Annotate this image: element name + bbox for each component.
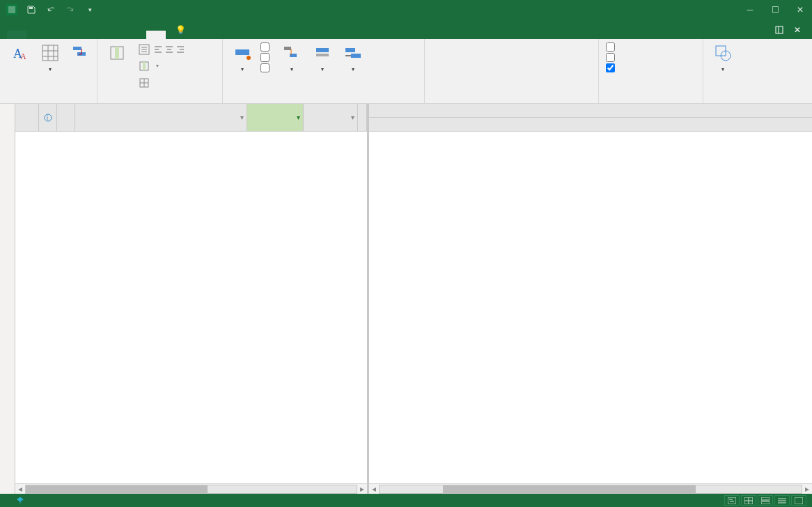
close-icon[interactable]: ✕: [788, 0, 812, 20]
late-tasks-check[interactable]: [260, 63, 274, 73]
layout-icon: [71, 43, 91, 63]
task-name-header[interactable]: ▾: [75, 104, 247, 131]
group-style-label: [432, 100, 591, 103]
chart-area[interactable]: [369, 132, 812, 483]
svg-rect-21: [345, 48, 355, 52]
ribbon-options-icon[interactable]: [774, 25, 788, 39]
status-bar: [0, 494, 812, 507]
menu-format[interactable]: [146, 31, 166, 39]
svg-rect-19: [316, 48, 329, 52]
group-columns-label: [104, 100, 215, 103]
gantt-chart: ◂ ▸: [369, 104, 812, 494]
critical-tasks-check[interactable]: [260, 42, 274, 52]
svg-rect-10: [115, 47, 119, 59]
view-resource-sheet-icon[interactable]: [774, 495, 790, 506]
svg-rect-13: [143, 62, 146, 70]
gridlines-button[interactable]: ▾: [38, 42, 63, 75]
redo-icon[interactable]: [63, 2, 78, 17]
column-header-row: i ▾ ▾ ▾: [15, 104, 367, 132]
svg-rect-1: [8, 6, 15, 13]
task-table: i ▾ ▾ ▾ ◂ ▸: [15, 104, 369, 494]
view-label-bar[interactable]: [0, 104, 15, 494]
group-drawings-label: [710, 100, 745, 103]
group-format-label: [7, 100, 90, 103]
baseline-button[interactable]: ▾: [310, 42, 335, 75]
task-path-button[interactable]: ▾: [279, 42, 304, 75]
format-drop-button[interactable]: ▾: [230, 42, 255, 75]
svg-rect-30: [761, 501, 770, 504]
chevron-down-icon[interactable]: ▾: [240, 114, 244, 121]
view-task-usage-icon[interactable]: [741, 495, 756, 506]
maximize-icon[interactable]: ☐: [763, 0, 787, 20]
svg-rect-7: [73, 47, 81, 50]
indicator-header[interactable]: i: [39, 104, 57, 131]
custom-fields-icon: [138, 77, 150, 89]
predecessors-header[interactable]: [358, 104, 367, 131]
svg-rect-20: [316, 54, 329, 56]
task-path-icon: [282, 43, 302, 63]
svg-rect-3: [776, 26, 783, 33]
menu-bar: 💡 ✕: [0, 20, 812, 39]
finish-header[interactable]: ▾: [304, 104, 358, 131]
task-mode-header[interactable]: [57, 104, 75, 131]
text-styles-icon: AA: [10, 43, 29, 63]
insert-column-button[interactable]: [104, 42, 130, 65]
column-settings-button[interactable]: ▾: [135, 58, 187, 74]
group-barstyles-label: [230, 100, 417, 103]
start-header[interactable]: ▾: [247, 104, 304, 131]
chevron-down-icon[interactable]: ▾: [297, 114, 300, 121]
column-settings-icon: [138, 60, 150, 72]
svg-rect-27: [728, 497, 736, 504]
undo-icon[interactable]: [43, 2, 58, 17]
svg-point-16: [247, 56, 251, 60]
slippage-button[interactable]: ▾: [341, 42, 366, 75]
svg-rect-6: [42, 45, 58, 61]
chevron-down-icon[interactable]: ▾: [351, 114, 354, 121]
lightbulb-icon: 💡: [175, 25, 186, 35]
baseline-icon: [313, 43, 332, 63]
svg-rect-31: [795, 497, 803, 504]
menu-view[interactable]: [104, 31, 124, 39]
view-report-icon[interactable]: [791, 495, 806, 506]
minimize-icon[interactable]: ─: [738, 0, 762, 20]
custom-fields-button[interactable]: [135, 75, 187, 91]
chart-hscroll[interactable]: ◂ ▸: [369, 483, 812, 494]
project-summary-check[interactable]: [606, 52, 619, 63]
layout-button[interactable]: [68, 42, 93, 65]
format-drop-icon: [233, 43, 252, 63]
svg-text:A: A: [20, 52, 26, 61]
summary-tasks-check[interactable]: [606, 63, 619, 73]
text-align-icons: [153, 45, 184, 54]
outline-number-check[interactable]: [606, 42, 619, 52]
svg-rect-15: [235, 49, 249, 55]
svg-rect-29: [761, 497, 770, 500]
svg-rect-17: [284, 47, 291, 50]
drawing-button[interactable]: ▾: [710, 42, 735, 75]
gridlines-icon: [40, 43, 60, 63]
table-hscroll[interactable]: ◂ ▸: [15, 483, 367, 494]
save-icon[interactable]: [24, 2, 39, 17]
align-icon: [138, 43, 150, 56]
view-gantt-icon[interactable]: [724, 495, 740, 506]
qat-customize-icon[interactable]: ▾: [82, 2, 97, 17]
tell-me-search[interactable]: 💡: [166, 21, 200, 39]
svg-rect-22: [351, 54, 361, 58]
menu-file[interactable]: [7, 31, 26, 39]
menu-resource[interactable]: [46, 31, 65, 39]
drawing-icon: [713, 43, 733, 63]
menu-project[interactable]: [85, 31, 104, 39]
text-styles-button[interactable]: AA: [7, 42, 32, 65]
close-sub-icon[interactable]: ✕: [794, 25, 808, 39]
row-number-header[interactable]: [15, 104, 39, 131]
timescale: [369, 104, 812, 132]
view-team-planner-icon[interactable]: [758, 495, 773, 506]
title-bar: ▾ ─ ☐ ✕: [0, 0, 812, 20]
pin-icon: [17, 497, 24, 504]
menu-task[interactable]: [26, 31, 46, 39]
menu-report[interactable]: [65, 31, 85, 39]
svg-rect-2: [29, 7, 33, 9]
group-showhide-label: [606, 100, 696, 103]
align-button[interactable]: [135, 42, 187, 57]
insert-column-icon: [107, 43, 127, 63]
slack-check[interactable]: [260, 52, 274, 63]
